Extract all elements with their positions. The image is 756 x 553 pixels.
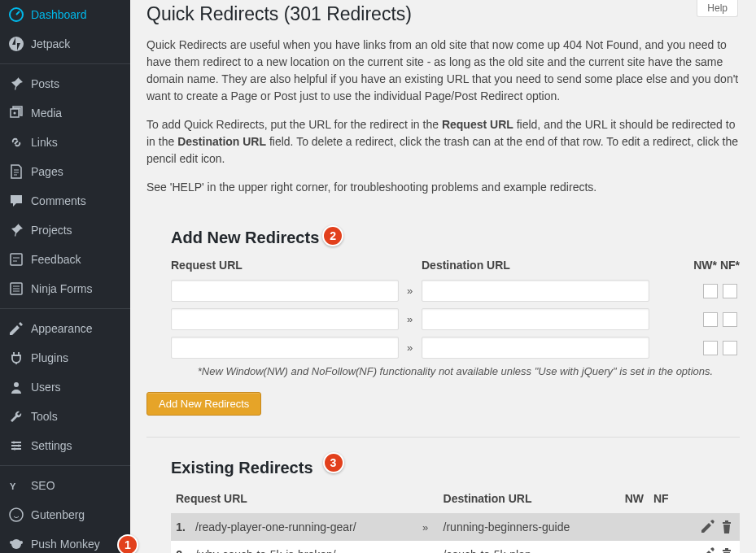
table-row: 1./ready-player-one-running-gear/»/runni… [171, 513, 740, 541]
request-url-input-1[interactable] [171, 280, 399, 302]
nw-checkbox-1[interactable] [703, 284, 718, 298]
sidebar-item-appearance[interactable]: Appearance [0, 314, 130, 343]
delete-icon[interactable] [719, 519, 735, 535]
admin-sidebar: Dashboard Jetpack Posts Media Links Page… [0, 0, 130, 553]
intro-paragraph-3: See 'HELP' in the upper right corner, fo… [146, 179, 740, 196]
edit-icon[interactable] [699, 519, 715, 535]
sidebar-item-ninjaforms[interactable]: Ninja Forms [0, 274, 130, 303]
arrow-icon: » [417, 513, 439, 541]
pages-icon [8, 163, 24, 180]
sidebar-label: Jetpack [31, 37, 70, 50]
main-content: Help Quick Redirects (301 Redirects) Qui… [130, 0, 756, 553]
appearance-icon [8, 320, 24, 337]
nw-checkbox-2[interactable] [703, 312, 718, 327]
sidebar-item-pushmonkey[interactable]: Push Monkey 1 [0, 529, 130, 553]
existing-request-header: Request URL [171, 484, 417, 513]
sidebar-item-jetpack[interactable]: Jetpack [0, 29, 130, 59]
sidebar-item-gutenberg[interactable]: Gutenberg [0, 500, 130, 529]
nf-checkbox-3[interactable] [723, 341, 737, 355]
sidebar-label: Plugins [31, 351, 68, 364]
feedback-icon [8, 251, 24, 268]
destination-url-input-2[interactable] [422, 308, 649, 330]
sidebar-label: Push Monkey [31, 538, 100, 551]
edit-icon[interactable] [699, 546, 715, 553]
sidebar-label: Dashboard [31, 8, 87, 21]
pin-icon [8, 222, 24, 238]
request-url-header: Request URL [171, 254, 407, 276]
sidebar-label: Users [31, 381, 61, 394]
existing-nw-header: NW [620, 484, 649, 513]
row-request-url: /ready-player-one-running-gear/ [190, 513, 417, 541]
nf-checkbox-1[interactable] [723, 284, 737, 298]
row-number: 2. [171, 541, 190, 553]
sidebar-item-feedback[interactable]: Feedback [0, 245, 130, 274]
sidebar-label: Posts [31, 77, 59, 90]
media-icon [8, 105, 24, 121]
users-icon [8, 379, 24, 395]
add-redirects-form: Request URL Destination URL NW* NF* » » [171, 254, 740, 381]
sidebar-item-seo[interactable]: YSEO [0, 471, 130, 500]
add-redirects-button[interactable]: Add New Redirects [146, 392, 261, 416]
sidebar-item-tools[interactable]: Tools [0, 402, 130, 431]
sidebar-item-dashboard[interactable]: Dashboard [0, 0, 130, 29]
sidebar-item-media[interactable]: Media [0, 98, 130, 128]
row-request-url: /why-couch-to-5k-is-broken/ [190, 541, 417, 553]
callout-badge-1: 1 [117, 534, 138, 553]
nf-checkbox-2[interactable] [723, 312, 737, 327]
pin-icon [8, 76, 24, 92]
destination-url-input-1[interactable] [422, 280, 649, 302]
row-destination-url: /couch-to-5k-plan [439, 541, 620, 553]
arrow-icon: » [407, 305, 422, 333]
monkey-icon [8, 536, 24, 552]
sidebar-item-users[interactable]: Users [0, 372, 130, 402]
existing-redirects-table: Request URL Destination URL NW NF 1./rea… [171, 484, 740, 553]
svg-point-12 [10, 541, 13, 544]
tools-icon [8, 408, 24, 425]
plugins-icon [8, 350, 24, 366]
links-icon [8, 134, 24, 150]
callout-badge-2: 2 [322, 225, 343, 246]
request-url-input-3[interactable] [171, 337, 399, 359]
sidebar-label: Comments [31, 194, 86, 207]
nw-header: NW* [693, 259, 717, 272]
page-title: Quick Redirects (301 Redirects) [146, 3, 740, 25]
form-icon [8, 281, 24, 297]
svg-point-13 [20, 541, 23, 544]
sidebar-label: Media [31, 107, 62, 120]
sidebar-item-posts[interactable]: Posts [0, 69, 130, 98]
sidebar-label: Pages [31, 165, 63, 178]
arrow-icon: » [407, 333, 422, 362]
callout-badge-3: 3 [323, 452, 344, 473]
help-button[interactable]: Help [697, 0, 738, 17]
intro-paragraph-2: To add Quick Redirects, put the URL for … [146, 116, 740, 168]
svg-point-2 [14, 112, 16, 115]
sidebar-label: Projects [31, 224, 72, 237]
gutenberg-icon [8, 507, 24, 523]
sidebar-item-comments[interactable]: Comments [0, 186, 130, 216]
sidebar-label: SEO [31, 479, 55, 492]
sidebar-item-plugins[interactable]: Plugins [0, 343, 130, 372]
arrow-icon: » [407, 276, 422, 305]
sidebar-item-pages[interactable]: Pages [0, 157, 130, 186]
svg-point-6 [13, 442, 15, 444]
request-url-input-2[interactable] [171, 308, 399, 330]
sidebar-label: Gutenberg [31, 508, 85, 521]
sidebar-label: Tools [31, 410, 58, 423]
nw-checkbox-3[interactable] [703, 341, 718, 355]
row-number: 1. [171, 513, 190, 541]
seo-icon: Y [8, 477, 24, 494]
settings-icon [8, 438, 24, 454]
sidebar-item-links[interactable]: Links [0, 128, 130, 157]
svg-text:Y: Y [10, 481, 16, 491]
sidebar-label: Feedback [31, 253, 81, 266]
svg-point-10 [10, 508, 23, 521]
svg-point-5 [14, 382, 19, 387]
sidebar-label: Settings [31, 439, 72, 452]
row-destination-url: /running-beginners-guide [439, 513, 620, 541]
destination-url-input-3[interactable] [422, 337, 649, 359]
sidebar-item-projects[interactable]: Projects [0, 216, 130, 245]
form-note: *New Window(NW) and NoFollow(NF) functio… [171, 362, 740, 381]
sidebar-item-settings[interactable]: Settings [0, 431, 130, 460]
delete-icon[interactable] [719, 546, 735, 553]
sidebar-label: Appearance [31, 322, 93, 335]
